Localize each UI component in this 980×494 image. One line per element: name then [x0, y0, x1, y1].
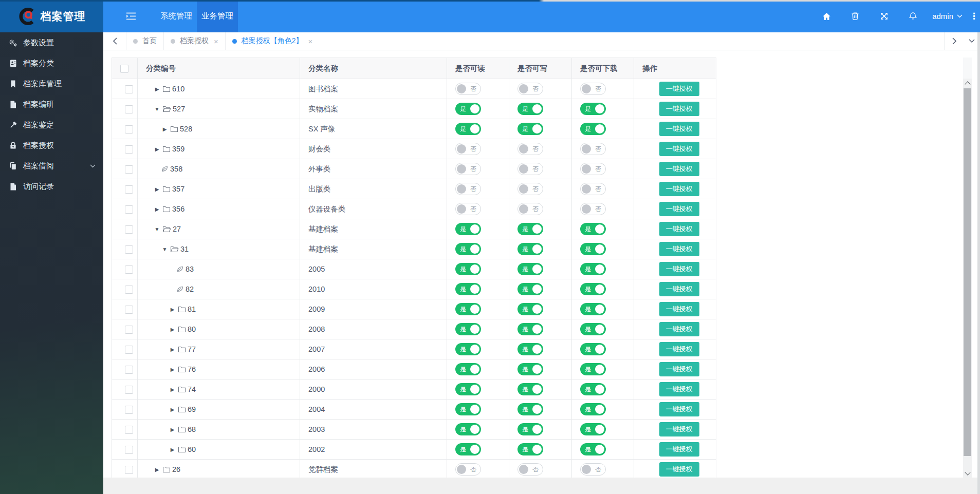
toggle-write[interactable]: 是	[517, 243, 543, 255]
one-click-authorize-button[interactable]: 一键授权	[659, 382, 699, 396]
toggle-read[interactable]: 是	[455, 103, 481, 115]
sidebar-item-archive-research[interactable]: 档案编研	[0, 94, 103, 115]
toggle-write[interactable]: 是	[517, 103, 543, 115]
tree-expand-icon[interactable]: ▶	[153, 206, 161, 212]
toggle-read[interactable]: 否	[455, 463, 481, 476]
toggle-read[interactable]: 是	[455, 423, 481, 435]
sidebar-item-repository-management[interactable]: 档案库管理	[0, 73, 103, 94]
one-click-authorize-button[interactable]: 一键授权	[659, 302, 699, 316]
toggle-write[interactable]: 是	[517, 343, 543, 355]
toggle-download[interactable]: 是	[580, 323, 606, 335]
sidebar-toggle-icon[interactable]	[126, 12, 136, 21]
row-checkbox[interactable]	[125, 426, 133, 434]
tab-close-icon[interactable]: ×	[308, 37, 313, 45]
tab-scroll-left-icon[interactable]	[103, 32, 126, 50]
one-click-authorize-button[interactable]: 一键授权	[659, 402, 699, 416]
toggle-download[interactable]: 否	[580, 463, 606, 476]
row-checkbox[interactable]	[125, 145, 133, 154]
one-click-authorize-button[interactable]: 一键授权	[659, 162, 699, 176]
sidebar-item-archive-borrowing[interactable]: 档案借阅	[0, 156, 103, 176]
toggle-read[interactable]: 是	[455, 403, 481, 415]
one-click-authorize-button[interactable]: 一键授权	[659, 222, 699, 236]
one-click-authorize-button[interactable]: 一键授权	[659, 82, 699, 96]
toggle-read[interactable]: 是	[455, 343, 481, 355]
row-checkbox[interactable]	[125, 366, 133, 374]
toggle-read[interactable]: 是	[455, 123, 481, 135]
toggle-read[interactable]: 否	[455, 83, 481, 95]
tree-expand-icon[interactable]: ▶	[153, 467, 161, 472]
tree-expand-icon[interactable]: ▶	[161, 126, 169, 132]
tab-scroll-right-icon[interactable]	[944, 32, 965, 50]
nav-item-business[interactable]: 业务管理	[197, 0, 238, 32]
one-click-authorize-button[interactable]: 一键授权	[659, 462, 699, 477]
toggle-download[interactable]: 是	[580, 223, 606, 235]
sidebar-item-parameter-settings[interactable]: 参数设置	[0, 32, 103, 53]
fullscreen-icon[interactable]	[870, 12, 898, 21]
row-checkbox[interactable]	[125, 225, 133, 234]
tree-expand-icon[interactable]: ▶	[169, 307, 176, 312]
row-checkbox[interactable]	[125, 406, 133, 414]
toggle-write[interactable]: 是	[517, 223, 543, 235]
toggle-write[interactable]: 是	[517, 283, 543, 295]
toggle-write[interactable]: 是	[517, 263, 543, 275]
scroll-up-icon[interactable]	[963, 79, 972, 87]
toggle-read[interactable]: 是	[455, 383, 481, 395]
tree-expand-icon[interactable]: ▶	[153, 186, 161, 192]
toggle-download[interactable]: 是	[580, 263, 606, 275]
toggle-download[interactable]: 是	[580, 443, 606, 455]
user-menu[interactable]: admin	[932, 12, 963, 21]
one-click-authorize-button[interactable]: 一键授权	[659, 242, 699, 256]
row-checkbox[interactable]	[125, 265, 133, 274]
toggle-read[interactable]: 否	[455, 163, 481, 175]
toggle-download[interactable]: 否	[580, 83, 606, 95]
toggle-write[interactable]: 是	[517, 403, 543, 415]
tree-collapse-icon[interactable]: ▼	[153, 106, 161, 112]
toggle-write[interactable]: 是	[517, 423, 543, 435]
one-click-authorize-button[interactable]: 一键授权	[659, 342, 699, 356]
one-click-authorize-button[interactable]: 一键授权	[659, 202, 699, 216]
toggle-download[interactable]: 是	[580, 423, 606, 435]
toggle-download[interactable]: 否	[580, 163, 606, 175]
row-checkbox[interactable]	[125, 105, 133, 113]
toggle-download[interactable]: 是	[580, 303, 606, 315]
row-checkbox[interactable]	[125, 346, 133, 354]
row-checkbox[interactable]	[125, 165, 133, 174]
toggle-download[interactable]: 是	[580, 243, 606, 255]
scrollbar-thumb[interactable]	[964, 88, 971, 456]
toggle-read[interactable]: 是	[455, 283, 481, 295]
one-click-authorize-button[interactable]: 一键授权	[659, 182, 699, 196]
one-click-authorize-button[interactable]: 一键授权	[659, 442, 699, 457]
tab-archive-authorization-role2[interactable]: 档案授权【角色2】 ×	[225, 32, 320, 50]
tree-expand-icon[interactable]: ▶	[169, 347, 176, 352]
one-click-authorize-button[interactable]: 一键授权	[659, 122, 699, 136]
toggle-read[interactable]: 是	[455, 363, 481, 375]
bell-icon[interactable]	[898, 12, 927, 21]
row-checkbox[interactable]	[125, 446, 133, 454]
toggle-download[interactable]: 否	[580, 203, 606, 215]
toggle-write[interactable]: 否	[517, 463, 543, 476]
tab-options-icon[interactable]	[965, 32, 979, 50]
home-icon[interactable]	[812, 12, 841, 21]
toggle-read[interactable]: 是	[455, 323, 481, 335]
tree-collapse-icon[interactable]: ▼	[153, 226, 161, 232]
tree-expand-icon[interactable]: ▶	[153, 146, 161, 152]
toggle-write[interactable]: 是	[517, 363, 543, 375]
one-click-authorize-button[interactable]: 一键授权	[659, 422, 699, 436]
toggle-write[interactable]: 否	[517, 183, 543, 195]
toggle-write[interactable]: 是	[517, 123, 543, 135]
toggle-write[interactable]: 否	[517, 203, 543, 215]
tab-home[interactable]: 首页	[126, 32, 163, 50]
toggle-download[interactable]: 是	[580, 383, 606, 395]
tree-expand-icon[interactable]: ▶	[169, 367, 176, 372]
toggle-read[interactable]: 是	[455, 223, 481, 235]
more-options-icon[interactable]: ⋮	[970, 15, 977, 18]
sidebar-item-archive-category[interactable]: 档案分类	[0, 53, 103, 73]
one-click-authorize-button[interactable]: 一键授权	[659, 102, 699, 116]
nav-item-system[interactable]: 系统管理	[156, 0, 197, 32]
tree-expand-icon[interactable]: ▶	[169, 427, 176, 432]
toggle-read[interactable]: 是	[455, 443, 481, 455]
toggle-read[interactable]: 否	[455, 183, 481, 195]
toggle-download[interactable]: 是	[580, 363, 606, 375]
toggle-download[interactable]: 是	[580, 103, 606, 115]
trash-icon[interactable]	[841, 12, 870, 21]
